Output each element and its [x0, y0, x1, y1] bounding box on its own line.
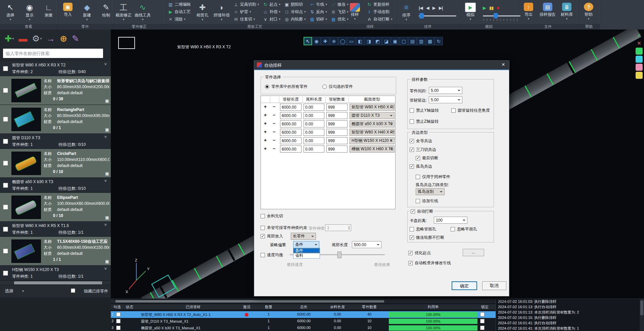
stop-button[interactable]: ■: [497, 5, 499, 10]
all-parts-radio[interactable]: [265, 85, 269, 89]
add-row-button[interactable]: +: [262, 121, 268, 126]
strategy-select[interactable]: 条件: [293, 241, 319, 248]
add-lead-checkbox[interactable]: [416, 199, 420, 203]
snap-point-icon[interactable]: ⊕: [330, 37, 338, 45]
part-item[interactable]: 名称矩形管缺口共边与缺口嵌套排大小80.00mmX50.00mmX200.00m…: [0, 76, 111, 105]
ribbon-button-weld-compensation[interactable]: ◗焊缝补偿▾: [212, 2, 231, 21]
ribbon-button-fixed-height-cut[interactable]: ⊥定高切割▾: [232, 1, 261, 8]
pipe-qty-input[interactable]: 999: [326, 120, 348, 127]
chevron-down-icon[interactable]: ˅: [104, 62, 107, 67]
ribbon-button-start-point[interactable]: ↻起点▾: [262, 1, 282, 8]
remove-row-button[interactable]: −: [271, 129, 277, 134]
simulation-speed-slider[interactable]: [483, 13, 520, 18]
tail-length-input[interactable]: 0.00: [304, 137, 324, 144]
part-group-header[interactable]: 矩型管 W60 X H40 X R5 X T1.5˅零件种类: 1待排/总数: …: [0, 222, 111, 237]
export-part-button[interactable]: →: [46, 34, 55, 43]
copy-icon[interactable]: ▣: [105, 98, 109, 103]
tail-length-input[interactable]: 0.00: [304, 146, 324, 153]
copy-icon[interactable]: ▣: [105, 215, 109, 220]
optimize-start-checkbox[interactable]: [408, 251, 413, 255]
table-hscrollbar[interactable]: [111, 299, 496, 303]
section-type-select[interactable]: 椭圆管 a50 X b30 X T3: [350, 120, 395, 127]
pipe-qty-input[interactable]: 999: [326, 137, 348, 144]
ribbon-button-auto-process[interactable]: ▶自动工艺: [167, 8, 192, 15]
refresh-view-icon[interactable]: ↻: [434, 37, 443, 45]
status-green-icon[interactable]: [636, 48, 643, 55]
same-part-only-checkbox[interactable]: [416, 175, 420, 179]
circle-any-angle-checkbox[interactable]: [451, 108, 456, 113]
ribbon-button-update-nest[interactable]: ↻更新排样: [365, 1, 394, 8]
ribbon-button-shovel-back[interactable]: ∩铲背▾: [232, 8, 261, 15]
optimize-start-options-button[interactable]: ...: [463, 249, 484, 256]
cancel-mark-icon[interactable]: ✕: [636, 40, 643, 47]
view-left-icon[interactable]: ◨: [365, 37, 373, 45]
table-row[interactable]: 2圆管_D110 X T3_Manual_X116000.000.0010100…: [111, 318, 496, 325]
ribbon-button-edit-2d[interactable]: ▥二维编辑: [167, 1, 192, 8]
sort-slider[interactable]: [419, 13, 456, 18]
table-row[interactable]: 1矩型管_W80 X H50 X R3 X T2_Auto_X1-116000.…: [111, 311, 496, 318]
simulation-slider-handle[interactable]: [494, 13, 498, 18]
no-z-rotate-checkbox[interactable]: [410, 119, 414, 124]
part-checkbox[interactable]: [3, 249, 8, 254]
select-mode-button[interactable]: 选择: [5, 288, 13, 294]
row-checkbox[interactable]: [116, 312, 121, 317]
part-checkbox[interactable]: [3, 117, 8, 122]
auto-check-lead-checkbox[interactable]: [408, 261, 413, 265]
row-checkbox[interactable]: [116, 326, 121, 330]
ribbon-button-reverse[interactable]: ⇅反向▾: [308, 8, 329, 15]
part-item[interactable]: 名称CirclePart大小110.00mmX110.00mmX600.00mm…: [0, 149, 111, 178]
pipe-length-input[interactable]: 6000.00: [280, 146, 302, 153]
island-path-select[interactable]: 孤岛连割: [416, 188, 445, 195]
pipe-qty-input[interactable]: 999: [326, 104, 348, 111]
ribbon-button-shred[interactable]: ▦切碎▾: [308, 16, 329, 23]
remove-part-button[interactable]: ▬: [18, 34, 27, 43]
dialog-titlebar[interactable]: 自动排样 ✕: [254, 61, 509, 70]
slider-handle[interactable]: [337, 252, 341, 258]
remove-row-button[interactable]: −: [271, 137, 277, 143]
ribbon-button-seal[interactable]: ∨封口▾: [262, 16, 282, 23]
copy-icon[interactable]: ▣: [105, 127, 109, 132]
part-group-header[interactable]: 圆管 D110 X T3˅零件种类: 1待排/总数: 0/10: [0, 134, 111, 149]
single-pipe-constraint-checkbox[interactable]: [261, 226, 265, 230]
remove-row-button[interactable]: −: [271, 121, 277, 126]
pause-button[interactable]: ▮▮: [489, 5, 493, 10]
chevron-down-icon[interactable]: ˅: [104, 266, 107, 271]
ribbon-button-reciprocating-cut[interactable]: H往复切▾: [232, 16, 261, 23]
remove-row-button[interactable]: −: [271, 112, 277, 118]
playback-next-button[interactable]: ▶: [432, 5, 435, 10]
part-group-header[interactable]: 矩型管 W80 X H50 X R3 X T2˅零件种类: 2待排/总数: 0/…: [0, 61, 111, 76]
ribbon-button-manual-link-cut[interactable]: ‖手动连割: [365, 8, 394, 15]
ribbon-button-export[interactable]: ↑导出▾: [519, 3, 538, 21]
ribbon-button-nest-report[interactable]: ▤排样报告: [538, 3, 557, 21]
ignore-plane-hole-checkbox[interactable]: [451, 227, 455, 231]
ignore-pipe-hole-checkbox[interactable]: [410, 227, 414, 231]
add-part-button[interactable]: ✚▾: [5, 34, 14, 43]
tail-length-input[interactable]: 0.00: [304, 129, 324, 136]
strategy-option[interactable]: 省料: [293, 253, 320, 258]
log-scroll-thumb[interactable]: [640, 300, 643, 315]
ok-button[interactable]: 确定: [452, 281, 477, 290]
ribbon-button-yin-yang-cut[interactable]: ▣阴阳切: [283, 1, 307, 8]
add-row-button[interactable]: +: [262, 146, 268, 151]
part-kinds-spinner[interactable]: 1▲▼: [325, 224, 351, 231]
ribbon-button-cooling-point[interactable]: □冷却点▾: [283, 8, 307, 15]
strategy-option[interactable]: 条件: [293, 248, 320, 253]
row-checkbox[interactable]: [116, 319, 121, 323]
play-button[interactable]: ▶: [483, 5, 486, 10]
view-front-icon[interactable]: ▭: [347, 37, 356, 45]
micro-no-break-checkbox[interactable]: [410, 235, 414, 240]
tail-insert-checkbox[interactable]: [261, 234, 265, 238]
add-row-button[interactable]: +: [262, 104, 268, 109]
section-type-select[interactable]: 矩型管 W60 X H40 X R5 X T1.5: [350, 129, 395, 136]
copy-part-button[interactable]: ⊕: [60, 34, 67, 43]
search-input[interactable]: [3, 48, 103, 58]
auto-break-checkbox[interactable]: [411, 209, 415, 214]
lock-checkbox[interactable]: [480, 312, 485, 317]
surplus-first-checkbox[interactable]: [261, 214, 265, 218]
ribbon-button-import[interactable]: ▣导入: [58, 3, 77, 21]
ribbon-button-help[interactable]: ?帮助▾: [579, 3, 598, 21]
ribbon-button-new-part[interactable]: ◆新建▾: [78, 2, 96, 21]
select-mode-arrow-icon[interactable]: ▾: [22, 289, 24, 293]
copy-icon[interactable]: ▣: [105, 171, 109, 176]
ribbon-button-measure[interactable]: ∟测量: [39, 2, 58, 21]
